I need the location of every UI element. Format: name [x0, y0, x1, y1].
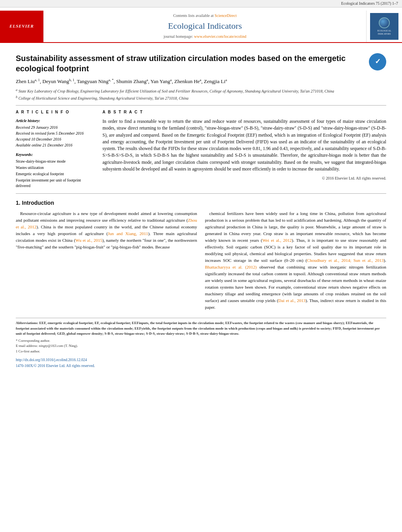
footnote-corresponding: * Corresponding author.	[16, 338, 386, 344]
ref-jun[interactable]: Jun and Xiang, 2011	[108, 231, 148, 236]
keywords-section: Keywords: Straw-dairy-biogas-straw mode …	[16, 152, 95, 189]
ref-bhattacharyya[interactable]: Bhattacharyya et al. (2012)	[205, 265, 257, 269]
author-5: Yan Yanga	[151, 78, 172, 84]
footnote-cofirst: 1 Co-first author.	[16, 349, 386, 354]
keyword-3: Emergetic ecological footprint	[16, 171, 95, 177]
sciencedirect-line: Contents lists available at ScienceDirec…	[173, 13, 236, 19]
article-title-block: Sustainability assessment of straw utili…	[16, 53, 386, 74]
history-received: Received 29 January 2016	[16, 125, 95, 130]
homepage-link[interactable]: www.elsevier.com/locate/ecolind	[194, 34, 246, 39]
affil-a: a State Key Laboratory of Crop Biology, …	[16, 88, 386, 94]
author-6: Zhenkun Hea	[174, 78, 201, 84]
author-1: Zhen Liua, 1	[16, 78, 40, 84]
section-title: 1. Introduction	[16, 199, 386, 207]
main-content: Sustainability assessment of straw utili…	[0, 43, 402, 376]
copyright-line: © 2016 Elsevier Ltd. All rights reserved…	[102, 176, 386, 181]
ref-wu[interactable]: Wu et al., 2015	[75, 238, 102, 243]
journal-logo-area: ECOLOGICALINDICATORS	[367, 11, 402, 42]
footnotes: Abbreviations: EEF, emergetic ecological…	[16, 318, 386, 369]
globe-icon	[379, 17, 390, 28]
logo-text: ECOLOGICALINDICATORS	[377, 30, 391, 35]
journal-center: Contents lists available at ScienceDirec…	[43, 11, 367, 42]
author-7: Zengjia Lia	[204, 78, 227, 84]
journal-id: Ecological Indicators 75 (2017) 1–7	[341, 1, 398, 6]
intro-para-2: chemical fertilizers have been widely us…	[205, 210, 386, 311]
ref-zhou[interactable]: Zhou et al., 2012	[16, 218, 197, 229]
journal-logo-box: ECOLOGICALINDICATORS	[370, 13, 398, 40]
history-online: Available online 21 December 2016	[16, 143, 95, 148]
ref-wei[interactable]: Wei et al., 2012	[262, 238, 292, 243]
crossmark-badge: ✓	[369, 53, 386, 70]
authors-line: Zhen Liua, 1, Deyun Wangb, 1, Tangyuan N…	[16, 78, 386, 85]
footnote-email: E-mail address: ningty@163.com (T. Ning)…	[16, 343, 386, 349]
journal-id-bar: Ecological Indicators 75 (2017) 1–7	[0, 0, 402, 7]
abstract-text: In order to find a reasonable way to ret…	[102, 118, 386, 172]
elsevier-logo: ELSEVIER	[0, 11, 43, 42]
author-2: Deyun Wangb, 1	[43, 78, 74, 84]
article-history: Article history: Received 29 January 201…	[16, 118, 95, 148]
article-info-abstract: A R T I C L E I N F O Article history: R…	[16, 109, 386, 189]
history-revised: Received in revised form 5 December 2016	[16, 131, 95, 136]
keyword-4: Footprint investment per unit of footpri…	[16, 178, 95, 189]
journal-title-header: Ecological Indicators	[168, 20, 242, 32]
divider-1	[16, 105, 386, 106]
footnote-abbrev: Abbreviations: EEF, emergetic ecological…	[16, 321, 386, 337]
abstract-heading: A B S T R A C T	[102, 109, 386, 115]
affil-b: b College of Horticultural Science and E…	[16, 95, 386, 101]
history-accepted: Accepted 10 December 2016	[16, 137, 95, 142]
journal-header: ELSEVIER Contents lists available at Sci…	[0, 7, 402, 43]
keyword-1: Straw-dairy-biogas-straw mode	[16, 159, 95, 164]
sciencedirect-link[interactable]: ScienceDirect	[214, 13, 236, 18]
article-info-col: A R T I C L E I N F O Article history: R…	[16, 109, 95, 189]
body-columns: Resource-circular agriculture is a new t…	[16, 210, 386, 314]
article-info-heading: A R T I C L E I N F O	[16, 109, 95, 115]
keywords-label: Keywords:	[16, 152, 95, 158]
introduction-section: 1. Introduction Resource-circular agricu…	[16, 199, 386, 314]
intro-para-1: Resource-circular agriculture is a new t…	[16, 210, 197, 250]
doi-line: http://dx.doi.org/10.1016/j.ecolind.2016…	[16, 357, 386, 369]
page-wrapper: Ecological Indicators 75 (2017) 1–7 ELSE…	[0, 0, 402, 376]
affiliations: a State Key Laboratory of Crop Biology, …	[16, 88, 386, 102]
elsevier-logo-text: ELSEVIER	[9, 23, 34, 29]
author-4: Shumin Zhanga	[116, 78, 148, 84]
divider-2	[16, 193, 386, 194]
history-label: Article history:	[16, 118, 95, 124]
keyword-2: Wastes utilization	[16, 165, 95, 171]
abstract-col: A B S T R A C T In order to find a reaso…	[102, 109, 386, 189]
article-title-text: Sustainability assessment of straw utili…	[16, 54, 346, 73]
homepage-line: journal homepage: www.elsevier.com/locat…	[164, 34, 246, 39]
body-col-1: Resource-circular agriculture is a new t…	[16, 210, 197, 314]
ref-choudhury[interactable]: Choudhury et al., 2014; Sun et al., 2013	[307, 258, 384, 263]
ref-dai[interactable]: Dai et al., 2013	[278, 298, 305, 303]
body-col-2: chemical fertilizers have been widely us…	[205, 210, 386, 314]
author-3: Tangyuan Ninga, *	[77, 78, 114, 84]
